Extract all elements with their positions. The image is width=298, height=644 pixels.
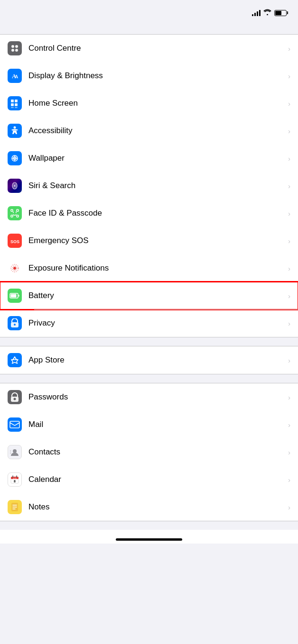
settings-item-contacts[interactable]: Contacts› bbox=[0, 438, 298, 466]
app-store-icon bbox=[8, 353, 22, 367]
svg-point-3 bbox=[15, 49, 18, 52]
calendar-chevron: › bbox=[288, 476, 290, 484]
svg-text:A: A bbox=[15, 74, 19, 79]
wallpaper-label: Wallpaper bbox=[28, 154, 285, 163]
passwords-chevron: › bbox=[288, 393, 290, 401]
home-indicator bbox=[116, 538, 182, 541]
svg-point-27 bbox=[13, 267, 16, 270]
svg-rect-21 bbox=[17, 209, 19, 211]
svg-point-34 bbox=[14, 324, 16, 326]
settings-item-app-store[interactable]: App Store› bbox=[0, 346, 298, 374]
home-screen-icon bbox=[8, 96, 22, 110]
mail-chevron: › bbox=[288, 421, 290, 429]
svg-rect-23 bbox=[17, 215, 19, 217]
siri-search-chevron: › bbox=[288, 182, 290, 190]
siri-search-label: Siri & Search bbox=[28, 181, 285, 190]
status-bar bbox=[0, 0, 298, 23]
svg-point-19 bbox=[14, 184, 16, 187]
face-id-label: Face ID & Passcode bbox=[28, 209, 285, 218]
siri-search-icon bbox=[8, 179, 22, 193]
svg-rect-32 bbox=[18, 295, 19, 297]
app-store-chevron: › bbox=[288, 356, 290, 364]
svg-rect-10 bbox=[11, 107, 14, 108]
settings-item-battery[interactable]: Battery› bbox=[0, 282, 298, 309]
svg-rect-6 bbox=[11, 100, 14, 102]
svg-point-0 bbox=[11, 45, 14, 48]
battery-status-icon bbox=[274, 10, 287, 16]
settings-item-siri-search[interactable]: Siri & Search› bbox=[0, 172, 298, 200]
mail-label: Mail bbox=[28, 420, 285, 429]
privacy-chevron: › bbox=[288, 319, 290, 327]
svg-rect-40 bbox=[10, 450, 11, 451]
contacts-icon bbox=[8, 445, 22, 459]
passwords-icon bbox=[8, 390, 22, 404]
page-title bbox=[0, 23, 298, 34]
home-indicator-area bbox=[0, 530, 298, 544]
battery-label: Battery bbox=[28, 291, 285, 300]
control-centre-icon bbox=[8, 41, 22, 55]
svg-point-12 bbox=[14, 127, 16, 129]
svg-point-37 bbox=[14, 398, 16, 400]
settings-item-passwords[interactable]: Passwords› bbox=[0, 383, 298, 411]
settings-item-accessibility[interactable]: Accessibility› bbox=[0, 117, 298, 145]
accessibility-chevron: › bbox=[288, 127, 290, 135]
settings-container: Control Centre› A A Display & Brightness… bbox=[0, 34, 298, 521]
face-id-icon bbox=[8, 206, 22, 220]
settings-item-calendar[interactable]: SUN 8 Calendar› bbox=[0, 466, 298, 493]
settings-item-display-brightness[interactable]: A A Display & Brightness› bbox=[0, 62, 298, 90]
settings-item-exposure-notifications[interactable]: Exposure Notifications› bbox=[0, 254, 298, 282]
settings-item-emergency-sos[interactable]: SOS Emergency SOS› bbox=[0, 227, 298, 254]
notes-chevron: › bbox=[288, 503, 290, 511]
svg-rect-22 bbox=[11, 215, 13, 217]
svg-rect-8 bbox=[11, 103, 14, 106]
signal-icon bbox=[252, 9, 261, 16]
home-screen-label: Home Screen bbox=[28, 99, 285, 108]
notes-label: Notes bbox=[28, 502, 285, 512]
settings-item-control-centre[interactable]: Control Centre› bbox=[0, 35, 298, 62]
settings-group-apps: Passwords› Mail› Contacts› SUN 8 bbox=[0, 383, 298, 521]
control-centre-chevron: › bbox=[288, 45, 290, 53]
svg-point-2 bbox=[11, 49, 14, 52]
svg-rect-38 bbox=[10, 421, 19, 428]
privacy-icon bbox=[8, 316, 22, 330]
settings-item-wallpaper[interactable]: Wallpaper› bbox=[0, 145, 298, 172]
svg-rect-31 bbox=[11, 294, 17, 298]
exposure-notifications-chevron: › bbox=[288, 264, 290, 272]
emergency-sos-icon: SOS bbox=[8, 234, 22, 248]
display-brightness-chevron: › bbox=[288, 72, 290, 80]
calendar-icon: SUN 8 bbox=[8, 472, 22, 487]
accessibility-icon bbox=[8, 124, 22, 138]
calendar-label: Calendar bbox=[28, 475, 285, 484]
settings-group-system1: Control Centre› A A Display & Brightness… bbox=[0, 34, 298, 337]
svg-rect-42 bbox=[10, 453, 11, 454]
exposure-notifications-label: Exposure Notifications bbox=[28, 263, 285, 273]
svg-rect-7 bbox=[15, 100, 18, 102]
control-centre-label: Control Centre bbox=[28, 44, 285, 53]
privacy-label: Privacy bbox=[28, 318, 285, 328]
svg-rect-9 bbox=[15, 103, 18, 106]
wifi-icon bbox=[263, 9, 271, 17]
settings-item-face-id[interactable]: Face ID & Passcode› bbox=[0, 200, 298, 227]
mail-icon bbox=[8, 417, 22, 432]
svg-text:SOS: SOS bbox=[10, 239, 19, 244]
passwords-label: Passwords bbox=[28, 392, 285, 402]
settings-group-store: App Store› bbox=[0, 346, 298, 374]
svg-rect-11 bbox=[15, 107, 18, 108]
contacts-chevron: › bbox=[288, 448, 290, 456]
app-store-label: App Store bbox=[28, 355, 285, 365]
svg-point-39 bbox=[13, 449, 17, 453]
svg-text:8: 8 bbox=[14, 480, 16, 483]
settings-item-notes[interactable]: Notes› bbox=[0, 493, 298, 521]
accessibility-label: Accessibility bbox=[28, 126, 285, 136]
settings-item-privacy[interactable]: Privacy› bbox=[0, 309, 298, 337]
settings-item-mail[interactable]: Mail› bbox=[0, 411, 298, 438]
svg-rect-20 bbox=[11, 209, 13, 211]
display-brightness-icon: A A bbox=[8, 69, 22, 83]
settings-item-home-screen[interactable]: Home Screen› bbox=[0, 90, 298, 117]
emergency-sos-label: Emergency SOS bbox=[28, 236, 285, 245]
status-icons bbox=[252, 9, 287, 17]
face-id-chevron: › bbox=[288, 209, 290, 218]
display-brightness-label: Display & Brightness bbox=[28, 71, 285, 81]
exposure-notifications-icon bbox=[8, 261, 22, 275]
notes-icon bbox=[8, 500, 22, 514]
